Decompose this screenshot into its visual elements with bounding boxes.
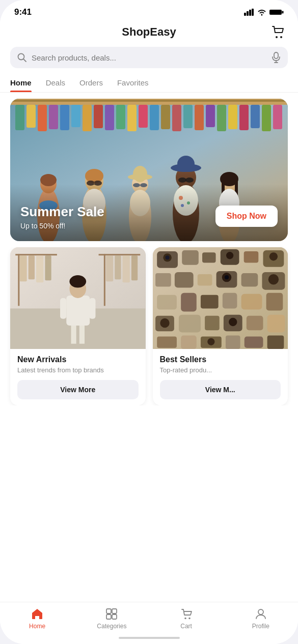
hero-text: Summer Sale Up to 50% off! [20, 204, 104, 230]
svg-rect-1 [247, 11, 249, 16]
svg-point-125 [160, 318, 169, 328]
svg-line-9 [23, 59, 26, 62]
tab-home[interactable]: Home [10, 74, 32, 92]
shop-now-button[interactable]: Shop Now [215, 206, 278, 227]
svg-rect-131 [267, 315, 285, 333]
svg-rect-109 [155, 273, 171, 287]
svg-point-114 [224, 275, 228, 279]
svg-rect-84 [36, 255, 43, 282]
svg-rect-85 [45, 255, 51, 280]
best-sellers-info: Best Sellers Top-rated produ... View M..… [153, 349, 288, 405]
svg-rect-119 [181, 293, 197, 312]
cart-bottom-icon [180, 607, 193, 621]
nav-profile-label: Profile [252, 623, 269, 630]
svg-rect-110 [174, 272, 193, 288]
product-card-best-sellers: Best Sellers Top-rated produ... View M..… [153, 247, 288, 405]
view-more-bestsellers-button[interactable]: View M... [160, 380, 281, 399]
svg-rect-89 [131, 255, 138, 280]
tab-orders[interactable]: Orders [79, 74, 103, 92]
svg-rect-127 [205, 316, 220, 331]
nav-categories-label: Categories [97, 623, 126, 630]
svg-rect-88 [123, 255, 130, 282]
signal-icon [244, 9, 254, 16]
hero-banner: Summer Sale Up to 50% off! Shop Now [10, 99, 288, 241]
new-arrivals-info: New Arrivals Latest trends from top bran… [10, 349, 146, 405]
svg-rect-5 [282, 11, 284, 14]
svg-rect-118 [157, 295, 177, 310]
svg-rect-2 [249, 10, 251, 16]
nav-item-profile[interactable]: Profile [224, 607, 298, 630]
svg-rect-78 [18, 254, 19, 306]
svg-rect-132 [157, 337, 177, 348]
svg-point-101 [165, 255, 169, 259]
nav-cart-label: Cart [180, 623, 192, 630]
svg-point-7 [280, 36, 282, 38]
svg-rect-106 [243, 251, 258, 262]
svg-rect-95 [57, 344, 99, 349]
new-arrivals-image [10, 247, 146, 349]
svg-rect-96 [60, 298, 66, 319]
svg-rect-86 [106, 255, 113, 281]
svg-point-129 [229, 318, 237, 326]
mic-icon[interactable] [272, 52, 281, 63]
app-title: ShopEasy [122, 25, 176, 39]
battery-icon [269, 9, 284, 16]
svg-rect-79 [15, 254, 57, 255]
svg-point-143 [184, 618, 186, 620]
svg-rect-141 [106, 614, 111, 619]
best-sellers-image [153, 247, 288, 349]
svg-rect-137 [244, 337, 263, 348]
home-icon [31, 607, 44, 621]
svg-rect-97 [89, 298, 95, 319]
best-sellers-title: Best Sellers [160, 355, 281, 364]
svg-point-105 [226, 252, 233, 259]
svg-point-94 [69, 275, 86, 288]
svg-rect-133 [181, 336, 197, 349]
nav-tabs: Home Deals Orders Favorites [0, 74, 298, 93]
svg-rect-115 [241, 273, 258, 287]
svg-rect-4 [269, 10, 282, 15]
products-row: New Arrivals Latest trends from top bran… [0, 247, 298, 405]
view-more-arrivals-button[interactable]: View More [17, 380, 139, 399]
svg-rect-111 [197, 274, 212, 285]
svg-point-6 [276, 36, 278, 38]
svg-rect-121 [222, 293, 237, 309]
cart-button[interactable] [268, 22, 288, 42]
search-bar[interactable] [10, 47, 288, 68]
svg-rect-126 [179, 315, 201, 333]
svg-point-135 [207, 338, 214, 345]
nav-item-cart[interactable]: Cart [149, 607, 224, 630]
search-icon [17, 53, 26, 62]
svg-rect-87 [115, 255, 121, 279]
status-time: 9:41 [14, 7, 32, 17]
svg-rect-102 [182, 250, 199, 265]
svg-rect-138 [267, 336, 284, 349]
svg-rect-92 [66, 296, 90, 326]
grid-icon [105, 607, 118, 621]
svg-rect-142 [112, 614, 117, 619]
svg-rect-0 [244, 13, 246, 16]
hero-subtitle: Up to 50% off! [20, 222, 104, 230]
new-arrivals-desc: Latest trends from top brands [17, 366, 139, 374]
nav-item-categories[interactable]: Categories [74, 607, 149, 630]
tab-favorites[interactable]: Favorites [117, 74, 149, 92]
svg-point-117 [268, 274, 278, 284]
home-indicator [119, 637, 180, 639]
svg-rect-10 [274, 52, 278, 58]
wifi-icon [257, 9, 266, 16]
svg-rect-80 [104, 254, 105, 306]
svg-rect-103 [202, 252, 216, 262]
new-arrivals-title: New Arrivals [17, 355, 139, 364]
search-input[interactable] [32, 53, 266, 62]
nav-item-home[interactable]: Home [0, 607, 74, 630]
svg-rect-139 [106, 609, 111, 613]
product-card-new-arrivals: New Arrivals Latest trends from top bran… [10, 247, 146, 405]
status-bar: 9:41 [0, 0, 298, 21]
svg-rect-140 [112, 609, 117, 613]
tab-deals[interactable]: Deals [46, 74, 65, 92]
svg-point-144 [188, 618, 191, 620]
svg-rect-83 [29, 255, 35, 279]
svg-rect-3 [252, 9, 254, 16]
best-sellers-desc: Top-rated produ... [160, 366, 281, 374]
person-icon [254, 607, 267, 621]
